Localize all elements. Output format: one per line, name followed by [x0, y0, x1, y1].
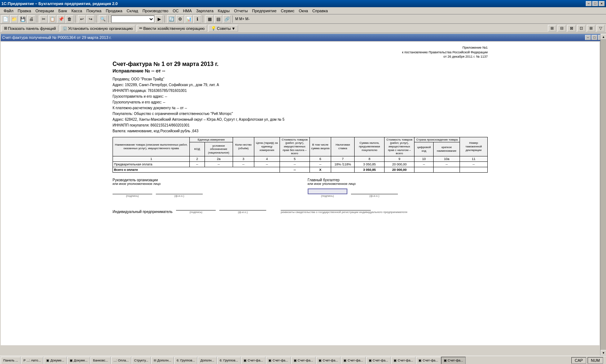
taskbar-inv4[interactable]: ▣ Счет-фа... [316, 357, 341, 364]
payment-line: К платежно-расчетному документу № -- от … [113, 105, 488, 111]
menu-os[interactable]: ОС [171, 8, 181, 14]
menu-nma[interactable]: НМА [181, 8, 194, 14]
search-btn[interactable]: 🔍 [99, 15, 107, 23]
taskbar-group2[interactable]: 6: Группов... [217, 357, 241, 364]
invoice-details: Продавец: ООО "Росан Трайд" Адрес: 19228… [113, 76, 488, 134]
maximize-btn[interactable]: □ [592, 1, 598, 6]
cut-btn[interactable]: ✂ [40, 15, 48, 23]
menu-salary[interactable]: Зарплата [194, 8, 216, 14]
menu-kassa[interactable]: Касса [69, 8, 84, 14]
menu-sales[interactable]: Продажа [104, 8, 124, 14]
taskbar-inv1[interactable]: ▣ Счет-фа... [241, 357, 265, 364]
view3-btn[interactable]: 🔗 [223, 15, 231, 23]
taskbar-inv7[interactable]: ▣ Счет-фа... [391, 357, 416, 364]
print-btn[interactable]: 🖨 [27, 15, 35, 23]
total-excise: Х [309, 167, 331, 172]
row-tax-rate: 18% /118% [331, 161, 355, 167]
taskbar-inv-active[interactable]: ▣ Счет-фа... [441, 357, 466, 364]
menu-windows[interactable]: Окна [297, 8, 310, 14]
buyer-address-line: Адрес: 628422, Ханты-Мансийский Автономн… [113, 117, 488, 123]
taskbar-doc2[interactable]: ▣ Докуме... [67, 357, 90, 364]
menu-service[interactable]: Сервис [279, 8, 297, 14]
row-cost-tax: 20 000,00 [385, 161, 414, 167]
undo-btn[interactable]: ↩ [78, 15, 86, 23]
menu-purchase[interactable]: Покупка [84, 8, 104, 14]
menu-bank[interactable]: Банк [56, 8, 69, 14]
taskbar-auto[interactable]: Р ...: Авто... [21, 357, 43, 364]
doc-minimize-btn[interactable]: − [585, 35, 591, 40]
invoice-title: Счет-фактура № 1 от 29 марта 2013 г. [113, 61, 488, 67]
taskbar-inv3[interactable]: ▣ Счет-фа... [291, 357, 316, 364]
menu-operations[interactable]: Операции [33, 8, 56, 14]
view1-btn[interactable]: ▦ [206, 15, 214, 23]
object-combo[interactable] [111, 15, 154, 23]
extra-btn6[interactable]: ▽ [597, 25, 605, 32]
save-btn[interactable]: 💾 [19, 15, 27, 23]
menu-edit[interactable]: Правка [16, 8, 33, 14]
scroll-track[interactable] [601, 40, 606, 350]
tips-btn[interactable]: 💡 Советы ▼ [208, 25, 238, 32]
view2-btn[interactable]: ▤ [214, 15, 222, 23]
menu-enterprise[interactable]: Предприятие [250, 8, 279, 14]
taskbar-inv8[interactable]: ▣ Счет-фа... [416, 357, 440, 364]
extra-btn5[interactable]: ⊞ [587, 25, 595, 32]
show-panel-btn[interactable]: ⊞ Показать панель функций [1, 25, 58, 32]
taskbar-inv2[interactable]: ▣ Счет-фа... [266, 357, 290, 364]
currency-label: Валюта: наименование, код Российский руб… [113, 129, 190, 133]
taskbar-inv5[interactable]: ▣ Счет-фа... [341, 357, 365, 364]
extra-btn2[interactable]: ⊟ [558, 25, 566, 32]
ip-sig-block: Индивидуальный предприниматель (подпись)… [113, 205, 488, 214]
total-customs [460, 167, 487, 172]
settings-btn[interactable]: 📊 [185, 15, 193, 23]
row-code: -- [190, 161, 205, 167]
total-cost-notax: -- [280, 167, 309, 172]
menu-hr[interactable]: Кадры [216, 8, 232, 14]
enter-operation-btn[interactable]: ✏ Ввести хозяйственную операцию [137, 25, 207, 32]
set-org-btn[interactable]: 🏢 Установить основную организацию [60, 25, 136, 32]
row-origin-name: -- [434, 161, 460, 167]
paste-btn[interactable]: 📌 [57, 15, 65, 23]
refresh-btn[interactable]: 🔄 [167, 15, 175, 23]
open-btn[interactable]: 📁 [10, 15, 18, 23]
redo-btn[interactable]: ↪ [87, 15, 95, 23]
extra-btn3[interactable]: ⊠ [567, 25, 576, 32]
filter-btn[interactable]: ⚙ [176, 15, 184, 23]
taskbar-opl[interactable]: ...: Опла... [111, 357, 131, 364]
extra-btn4[interactable]: ⊡ [577, 25, 585, 32]
taskbar-bank[interactable]: Банковс... [91, 357, 111, 364]
doc-title: Счет-фактура полученный № Р0001364 от 29… [2, 35, 111, 40]
extra-btn1[interactable]: ⊞ [548, 25, 556, 32]
taskbar-doc1[interactable]: ▣ Докуме... [44, 357, 67, 364]
info-btn[interactable]: ℹ [193, 15, 201, 23]
menu-warehouse[interactable]: Склад [124, 8, 140, 14]
taskbar-inv6[interactable]: ▣ Счет-фа... [366, 357, 391, 364]
taskbar-struct[interactable]: Структу... [132, 357, 151, 364]
doc-restore-btn[interactable]: □ [592, 35, 597, 40]
total-cost-tax: 20 000,00 [385, 167, 414, 172]
row-price: -- [254, 161, 280, 167]
th-cost-tax: Стоимость товаров (работ, услуг), имущес… [385, 137, 414, 156]
taskbar-panel[interactable]: Панель ... [1, 357, 21, 364]
taskbar-dop2[interactable]: Дополн... [198, 357, 217, 364]
row-cost-notax: -- [280, 161, 309, 167]
close-btn[interactable]: × [599, 1, 605, 6]
new-btn[interactable]: 📄 [1, 15, 9, 23]
num9: 9 [385, 156, 414, 161]
vertical-scrollbar[interactable]: ▲ ▼ [600, 34, 606, 356]
copy-btn[interactable]: 📋 [48, 15, 56, 23]
scroll-down-btn[interactable]: ▼ [601, 350, 606, 356]
menu-production[interactable]: Производство [140, 8, 171, 14]
taskbar-group1[interactable]: 6: Группов... [174, 357, 198, 364]
th-origin-code: цифровой код [414, 142, 434, 156]
menu-reports[interactable]: Отчеты [232, 8, 250, 14]
minimize-btn[interactable]: − [586, 1, 592, 6]
doc-content: Приложение №1 к постановлению Правительс… [1, 42, 600, 345]
menu-file[interactable]: Файл [1, 8, 16, 14]
total-tax: 3 050,85 [355, 167, 385, 172]
combo-go-btn[interactable]: ▶ [155, 15, 163, 23]
num8: 8 [355, 156, 385, 161]
scroll-up-btn[interactable]: ▲ [601, 34, 606, 40]
delete-btn[interactable]: 🗑 [66, 15, 74, 23]
taskbar-dop1[interactable]: III Дополн... [151, 357, 174, 364]
menu-help[interactable]: Справка [310, 8, 330, 14]
